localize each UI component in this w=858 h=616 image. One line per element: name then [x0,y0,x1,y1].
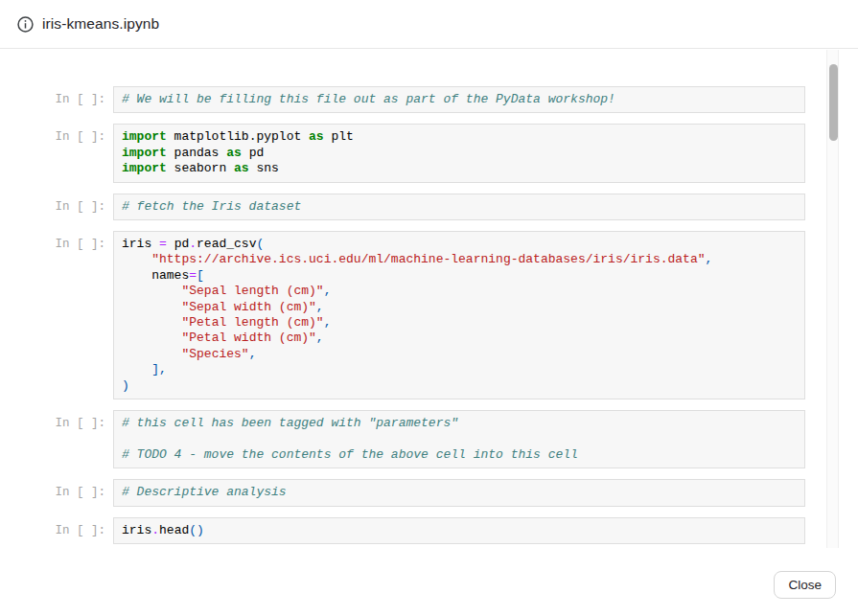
code-cell: import matplotlib.pyplot as plt import p… [113,124,805,182]
code-cell: # this cell has been tagged with "parame… [113,410,805,468]
file-title: iris-kmeans.ipynb [42,15,159,33]
notebook-cell: In [ ]:iris = pd.read_csv( "https://arch… [55,231,805,399]
cell-prompt: In [ ]: [55,124,105,144]
code-cell: # fetch the Iris dataset [113,194,805,220]
cell-prompt: In [ ]: [55,231,105,251]
code-cell: # Descriptive analysis [113,479,805,506]
notebook-preview-modal: { "header": { "title": "iris-kmeans.ipyn… [0,0,858,616]
cell-prompt: In [ ]: [55,194,105,214]
close-button[interactable]: Close [774,571,836,599]
scrollbar-track[interactable] [826,50,839,548]
cell-prompt: In [ ]: [55,517,105,537]
code-cell: iris = pd.read_csv( "https://archive.ics… [113,231,805,399]
cell-prompt: In [ ]: [55,86,105,106]
notebook-body: In [ ]:# We will be filling this file ou… [0,50,858,549]
cell-prompt: In [ ]: [55,410,105,430]
code-cell: iris.head() [113,517,805,544]
notebook-cell: In [ ]:# fetch the Iris dataset [55,194,805,220]
notebook-cell: In [ ]:iris.head() [55,517,805,544]
notebook-cells: In [ ]:# We will be filling this file ou… [0,50,858,544]
modal-header: iris-kmeans.ipynb [0,0,858,49]
cell-prompt: In [ ]: [55,479,105,499]
notebook-cell: In [ ]:# Descriptive analysis [55,479,805,506]
code-cell: # We will be filling this file out as pa… [113,86,805,113]
info-icon [17,16,34,33]
notebook-cell: In [ ]:import matplotlib.pyplot as plt i… [55,124,805,182]
scrollbar-thumb[interactable] [829,64,838,141]
notebook-cell: In [ ]:# We will be filling this file ou… [55,86,805,113]
notebook-cell: In [ ]:# this cell has been tagged with … [55,410,805,468]
